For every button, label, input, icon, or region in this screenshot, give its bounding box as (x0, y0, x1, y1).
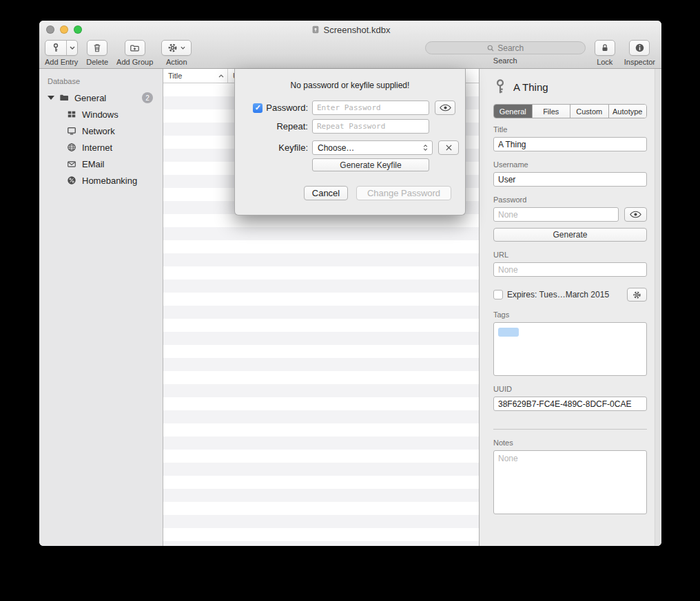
password-checkbox[interactable]: ✓ (253, 103, 262, 113)
inspector-header: A Thing (493, 78, 647, 96)
window-title: Screenshot.kdbx (324, 25, 391, 35)
lock-label: Lock (597, 58, 612, 66)
add-group-label: Add Group (116, 58, 153, 66)
password-field-label: Password (493, 196, 647, 204)
search-label: Search (493, 56, 517, 65)
delete-button[interactable] (87, 40, 107, 56)
clear-keyfile-button[interactable] (438, 140, 459, 155)
search-input[interactable]: Search (425, 41, 586, 54)
column-header-title[interactable]: Title (163, 69, 228, 83)
repeat-row: Repeat: (235, 119, 465, 134)
info-icon (635, 43, 645, 53)
sidebar-item-label: General (74, 93, 106, 103)
tab-files[interactable]: Files (533, 105, 571, 118)
desktop-background: Screenshot.kdbx Add Entr (0, 0, 700, 601)
title-field[interactable] (493, 137, 647, 151)
keyfile-selected-value: Choose… (313, 143, 420, 153)
sidebar-item-label: Internet (82, 143, 112, 153)
close-button[interactable] (46, 25, 54, 34)
folder-icon (59, 93, 70, 103)
envelope-icon (67, 160, 76, 169)
tags-label: Tags (493, 310, 647, 319)
reveal-password-button[interactable] (624, 207, 647, 222)
lock-tool: Lock (595, 40, 615, 66)
search-placeholder: Search (497, 43, 524, 53)
percent-coin-icon (67, 176, 76, 185)
url-field-label: URL (493, 251, 647, 259)
password-input[interactable] (312, 101, 429, 115)
tab-autotype[interactable]: Autotype (609, 105, 647, 118)
add-entry-dropdown-arrow[interactable] (66, 41, 77, 55)
entry-title: A Thing (513, 81, 548, 93)
keyfile-popup-button[interactable]: Choose… (312, 140, 433, 155)
reveal-password-button[interactable] (435, 101, 455, 115)
add-entry-button[interactable] (45, 40, 78, 56)
password-field[interactable] (493, 207, 619, 222)
key-icon (493, 79, 507, 94)
key-icon (45, 41, 66, 55)
action-tool: Action (161, 40, 192, 66)
add-group-tool: Add Group (116, 40, 153, 66)
password-row: ✓ Password: (235, 101, 465, 115)
folder-plus-icon (130, 43, 140, 53)
password-label-group: ✓ Password: (250, 103, 308, 113)
change-password-button[interactable]: Change Password (356, 186, 451, 200)
username-field[interactable] (493, 172, 647, 187)
expires-row: Expires: Tues…March 2015 (493, 288, 647, 302)
tab-custom[interactable]: Custom (570, 105, 609, 118)
inspector-scrollbar[interactable] (655, 69, 661, 546)
tags-field[interactable] (493, 322, 647, 376)
titlebar: Screenshot.kdbx (39, 21, 661, 39)
minimize-button[interactable] (60, 25, 68, 34)
repeat-password-input[interactable] (312, 119, 429, 134)
repeat-label: Repeat: (250, 121, 308, 131)
lock-icon (600, 43, 610, 53)
eye-icon (630, 211, 641, 218)
delete-tool: Delete (86, 40, 108, 66)
action-button[interactable] (161, 40, 192, 56)
generate-keyfile-button[interactable]: Generate Keyfile (312, 158, 429, 171)
tab-general[interactable]: General (494, 105, 533, 118)
traffic-lights (46, 25, 82, 34)
inspector-tool: Inspector (624, 40, 655, 66)
toolbar-left-group: Add Entry Delete (45, 40, 192, 66)
sidebar-item-windows[interactable]: Windows (39, 106, 163, 123)
notes-label: Notes (493, 439, 647, 447)
section-divider (493, 429, 647, 430)
inspector-button[interactable] (629, 40, 650, 56)
tag-chip[interactable] (498, 328, 519, 337)
expires-checkbox[interactable] (493, 290, 503, 299)
sort-ascending-icon (218, 74, 224, 78)
generate-password-button[interactable]: Generate (493, 228, 647, 242)
sidebar-header: Database (39, 69, 163, 89)
delete-label: Delete (86, 58, 108, 66)
generate-keyfile-row: Generate Keyfile (235, 158, 465, 171)
cancel-button[interactable]: Cancel (304, 186, 348, 200)
disclosure-triangle-icon[interactable] (48, 96, 54, 100)
inspector-tabs: General Files Custom Autotype (493, 104, 647, 118)
add-group-button[interactable] (125, 40, 145, 56)
toolbar-right-group: Search Search Lock (425, 40, 655, 66)
eye-icon (440, 104, 451, 112)
uuid-field[interactable] (493, 397, 647, 411)
notes-field[interactable] (493, 450, 647, 514)
windows-icon (67, 109, 76, 119)
expires-label: Expires: Tues…March 2015 (507, 290, 623, 299)
zoom-button[interactable] (74, 25, 82, 34)
password-label: Password: (266, 103, 308, 113)
sidebar-item-internet[interactable]: Internet (39, 139, 163, 156)
sidebar-item-general[interactable]: General 2 (39, 89, 163, 106)
document-proxy-icon (311, 25, 320, 34)
sidebar-item-network[interactable]: Network (39, 123, 163, 139)
expires-settings-button[interactable] (627, 288, 647, 302)
inspector-panel: A Thing General Files Custom Autotype Ti… (479, 69, 661, 546)
sidebar-item-homebanking[interactable]: Homebanking (39, 172, 163, 189)
sidebar-item-email[interactable]: EMail (39, 156, 163, 172)
sidebar-item-label: EMail (82, 159, 105, 169)
search-icon (486, 44, 495, 52)
gear-icon (632, 291, 641, 299)
url-field[interactable] (493, 262, 647, 277)
sheet-message: No password or keyfile supplied! (235, 69, 465, 90)
title-field-label: Title (493, 125, 647, 134)
lock-button[interactable] (595, 40, 615, 56)
